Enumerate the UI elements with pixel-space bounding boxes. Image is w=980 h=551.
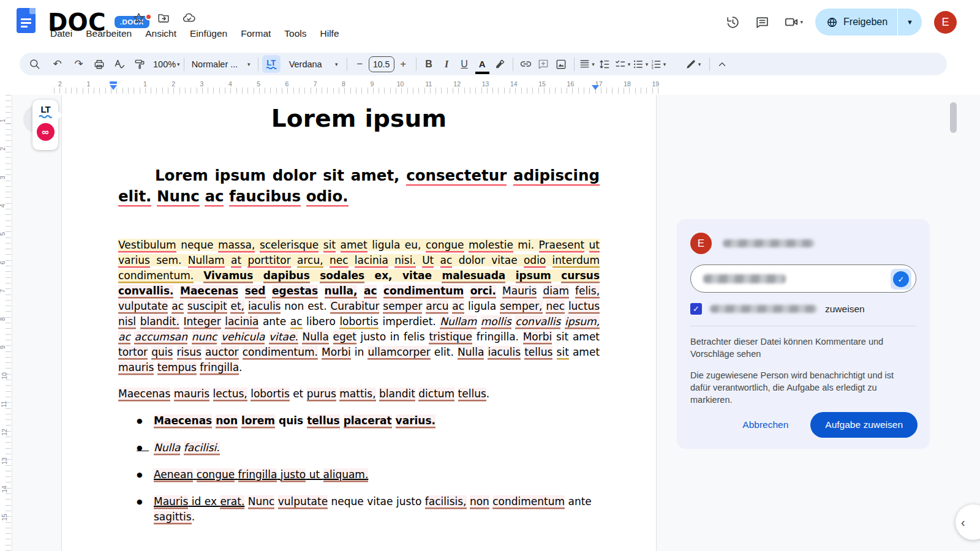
left-indent-marker[interactable] <box>110 85 117 90</box>
underline-button[interactable]: U <box>456 55 473 73</box>
text-run: Mauris <box>154 495 188 508</box>
move-folder-icon[interactable] <box>155 9 172 26</box>
comments-icon[interactable] <box>754 13 771 31</box>
horizontal-ruler[interactable]: 2112345678910111213141516171819 <box>0 80 980 95</box>
text-run <box>392 414 396 427</box>
ruler-number: 3 <box>0 176 6 179</box>
align-button[interactable]: ▾ <box>578 55 596 73</box>
star-icon[interactable] <box>130 9 147 26</box>
document-page[interactable]: Lorem ipsum Lorem ipsum dolor sit amet, … <box>61 95 657 551</box>
ruler-number: 12 <box>453 80 461 88</box>
text-run: risus <box>177 346 202 358</box>
search-menus-button[interactable] <box>26 55 43 73</box>
ruler-number: 5 <box>0 232 6 236</box>
text-run: Curabitur <box>330 300 379 312</box>
redo-button[interactable]: ↷ <box>70 55 88 73</box>
menu-einfuegen[interactable]: Einfügen <box>186 27 231 40</box>
font-select[interactable]: Verdana▾ <box>284 55 343 73</box>
share-button[interactable]: Freigeben <box>815 9 897 36</box>
increase-font-size-button[interactable]: + <box>394 55 412 73</box>
assign-task-button[interactable]: Aufgabe zuweisen <box>810 412 918 438</box>
vertical-ruler[interactable]: 123456789101112131415 <box>0 95 12 551</box>
first-line-indent-marker[interactable] <box>110 81 117 84</box>
text-run: tellus <box>458 388 486 400</box>
bulleted-list-button[interactable]: ▾ <box>631 55 649 73</box>
text-run: cursus <box>561 269 600 282</box>
italic-button[interactable]: I <box>438 55 456 73</box>
text-run <box>235 468 238 481</box>
account-avatar[interactable]: E <box>934 11 957 34</box>
undo-button[interactable]: ↶ <box>48 55 66 73</box>
text-run <box>173 346 176 358</box>
check-icon: ✓ <box>893 271 909 287</box>
ruler-number: 6 <box>0 261 6 264</box>
insert-link-button[interactable] <box>517 55 535 73</box>
text-run: ac <box>205 187 224 205</box>
text-run: mauris <box>174 388 209 400</box>
hide-menus-button[interactable] <box>714 55 731 73</box>
menu-format[interactable]: Format <box>237 27 274 40</box>
text-run <box>464 285 470 297</box>
text-run: convallis <box>515 315 560 328</box>
text-run <box>552 346 556 358</box>
assign-checkbox[interactable]: ✓ <box>690 303 702 315</box>
spellcheck-button[interactable] <box>110 55 128 73</box>
text-run: dictum <box>418 388 454 400</box>
assign-task-dialog: E ✓ ✓ zuweisen Betrachter dieser Datei k… <box>677 219 930 449</box>
text-run: facilisi. <box>184 441 220 454</box>
ruler-number: 4 <box>0 204 6 208</box>
menu-hilfe[interactable]: Hilfe <box>317 27 343 40</box>
comment-input[interactable]: ✓ <box>690 264 916 293</box>
ruler-number: 13 <box>1 457 8 465</box>
meet-caret-icon[interactable]: ▾ <box>801 19 804 25</box>
menu-ansicht[interactable]: Ansicht <box>141 27 180 40</box>
right-indent-marker[interactable] <box>592 85 599 90</box>
meet-video-button[interactable]: ▾ <box>783 14 804 30</box>
zoom-select[interactable]: 100%▾ <box>153 55 180 73</box>
line-spacing-button[interactable] <box>596 55 614 73</box>
menu-tools[interactable]: Tools <box>281 27 310 40</box>
menu-bearbeiten[interactable]: Bearbeiten <box>82 27 135 40</box>
decrease-font-size-button[interactable]: − <box>351 55 369 73</box>
text-run: et <box>290 388 307 400</box>
numbered-list-button[interactable]: 123▾ <box>649 55 667 73</box>
paint-format-button[interactable] <box>130 55 148 73</box>
toolbar: ↶ ↷ 100%▾ Normaler ...▾ LT Verdana▾ − 10… <box>20 53 947 75</box>
bold-button[interactable]: B <box>420 55 438 73</box>
text-run <box>238 285 245 297</box>
text-run: erat. <box>220 495 244 508</box>
text-color-button[interactable]: A <box>473 55 491 73</box>
svg-text:3: 3 <box>651 66 653 70</box>
text-run: egestas <box>272 285 318 297</box>
insert-image-button[interactable] <box>552 55 570 73</box>
menu-datei[interactable]: Datei <box>47 27 76 40</box>
version-history-icon[interactable] <box>725 13 742 31</box>
text-run: vitae. <box>269 331 298 343</box>
highlight-color-button[interactable] <box>491 55 509 73</box>
text-run: quis <box>275 414 307 427</box>
styles-select[interactable]: Normaler ...▾ <box>188 55 254 73</box>
text-run <box>239 346 243 358</box>
editing-mode-button[interactable]: ▾ <box>684 55 702 73</box>
vertical-scrollbar[interactable] <box>950 102 957 133</box>
add-comment-button[interactable] <box>535 55 552 73</box>
text-run: ac <box>364 285 377 297</box>
languagetool-widget[interactable]: LT ∞ <box>32 100 58 150</box>
text-run <box>274 495 277 508</box>
text-run: lobortis <box>339 315 379 328</box>
cancel-button[interactable]: Abbrechen <box>736 414 794 435</box>
share-caret-icon[interactable]: ▼ <box>898 9 922 36</box>
cloud-saved-icon[interactable] <box>180 9 197 26</box>
font-size-input[interactable]: 10.5 <box>369 56 394 72</box>
text-run: non est. <box>281 300 330 312</box>
languagetool-toolbar-button[interactable]: LT <box>262 55 281 73</box>
google-docs-logo[interactable] <box>17 8 36 33</box>
checklist-button[interactable]: ▾ <box>614 55 631 73</box>
send-button[interactable]: ✓ <box>891 269 911 290</box>
assignee-responsibility-note: Die zugewiesene Person wird benachrichti… <box>690 369 902 406</box>
doc-paragraph-1: Vestibulum neque massa, scelerisque sit … <box>118 238 600 375</box>
ruler-number: 14 <box>1 485 8 493</box>
print-button[interactable] <box>90 55 108 73</box>
text-run: Maecenas <box>118 388 170 400</box>
lt-premium-button[interactable]: ∞ <box>37 123 55 141</box>
